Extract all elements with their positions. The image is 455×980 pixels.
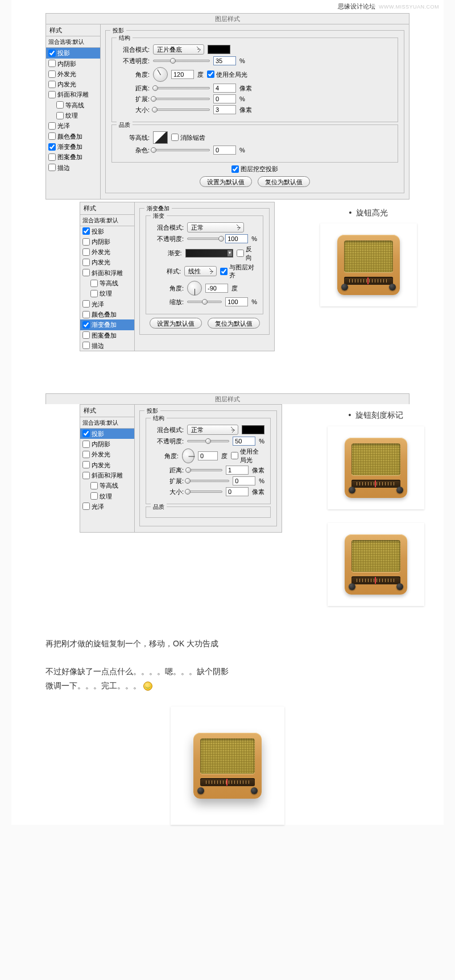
opacity-slider[interactable] [187, 440, 229, 442]
opacity-input[interactable]: 50 [233, 437, 255, 446]
style-list: 样式 混合选项:默认 投影 内阴影 外发光 内发光 斜面和浮雕 等高线 纹理 光… [46, 24, 101, 199]
style-drop-shadow[interactable]: 投影 [80, 226, 134, 236]
style-list-header: 样式 [46, 24, 100, 36]
align-with-layer[interactable]: 与图层对齐 [220, 263, 257, 280]
preview-label-knob-scale: 旋钮刻度标记 [328, 410, 424, 420]
style-drop-shadow[interactable]: 投影 [46, 48, 100, 58]
style-bevel[interactable]: 斜面和浮雕 [46, 89, 100, 99]
style-pattern-overlay[interactable]: 图案叠加 [46, 152, 100, 162]
opacity-slider[interactable] [153, 60, 210, 62]
use-global-light[interactable]: 使用全局光 [231, 447, 264, 464]
preview-card [320, 223, 417, 306]
angle-input[interactable]: -90 [205, 284, 228, 293]
noise-input[interactable]: 0 [213, 146, 236, 155]
checkbox[interactable] [48, 49, 56, 57]
anti-alias[interactable]: 消除锯齿 [171, 134, 205, 142]
size-slider[interactable] [153, 109, 210, 111]
distance-input[interactable]: 1 [226, 466, 249, 475]
blend-options[interactable]: 混合选项:默认 [46, 36, 100, 48]
scale-slider[interactable] [187, 301, 222, 303]
angle-dial[interactable] [153, 67, 168, 82]
checkbox[interactable] [48, 60, 56, 67]
radio-icon [337, 235, 400, 295]
checkbox[interactable] [48, 81, 56, 88]
style-drop-shadow[interactable]: 投影 [80, 429, 134, 439]
opacity-slider[interactable] [187, 238, 222, 240]
style-inner-glow[interactable]: 内发光 [46, 79, 100, 89]
checkbox[interactable] [48, 153, 56, 161]
checkbox[interactable] [48, 91, 56, 98]
size-input[interactable]: 3 [213, 105, 236, 114]
gradient-style-select[interactable]: 线性 [184, 266, 217, 276]
style-contour[interactable]: 等高线 [46, 100, 100, 110]
distance-input[interactable]: 4 [213, 84, 236, 93]
checkbox[interactable] [48, 164, 56, 171]
size-input[interactable]: 0 [226, 487, 249, 496]
spread-input[interactable]: 0 [213, 94, 236, 103]
scale-input[interactable]: 100 [225, 297, 248, 306]
layer-knockout[interactable]: 图层挖空投影 [231, 165, 278, 173]
blend-mode-select[interactable]: 正常 [187, 222, 244, 232]
make-default-button[interactable]: 设置为默认值 [200, 176, 252, 187]
checkbox[interactable] [56, 101, 64, 109]
spread-slider[interactable] [153, 98, 210, 100]
angle-dial[interactable] [187, 281, 202, 296]
blend-mode-select[interactable]: 正常 [187, 425, 238, 435]
radio-icon [345, 534, 407, 595]
final-preview [11, 707, 444, 825]
reset-default-button[interactable]: 复位为默认值 [208, 318, 260, 329]
style-outer-glow[interactable]: 外发光 [46, 69, 100, 79]
radio-icon [345, 438, 407, 498]
structure-group: 投影 结构 混合模式: 正片叠底 不透明度: 35% 角度: 120度 使用全局… [105, 30, 404, 193]
spread-input[interactable]: 0 [233, 476, 255, 485]
checkbox[interactable] [56, 112, 64, 119]
distance-slider[interactable] [153, 87, 210, 89]
tutorial-text-2: 不过好像缺了一点点什么。。。。嗯。。。缺个阴影 微调一下。。。完工。。。 [46, 665, 410, 693]
style-stroke[interactable]: 描边 [46, 163, 100, 173]
noise-slider[interactable] [153, 149, 210, 151]
reverse-checkbox[interactable]: 反向 [237, 245, 257, 261]
dialog-title: 图层样式 [46, 13, 410, 24]
angle-input[interactable]: 0 [198, 451, 218, 460]
color-swatch[interactable] [242, 425, 264, 434]
layer-style-panel-1: 样式 混合选项:默认 投影 内阴影 外发光 内发光 斜面和浮雕 等高线 纹理 光… [46, 24, 410, 200]
style-gradient-overlay[interactable]: 渐变叠加 [46, 142, 100, 152]
checkbox[interactable] [48, 143, 56, 151]
gradient-picker[interactable] [185, 249, 234, 258]
style-color-overlay[interactable]: 颜色叠加 [46, 131, 100, 142]
opacity-input[interactable]: 35 [213, 56, 236, 65]
preview-label-knob-highlight: 旋钮高光 [320, 207, 417, 218]
blend-mode-select[interactable]: 正片叠底 [153, 44, 204, 55]
reset-default-button[interactable]: 复位为默认值 [258, 176, 310, 187]
watermark: 思缘设计论坛 WWW.MISSYUAN.COM [11, 0, 444, 13]
tutorial-text-1: 再把刚才做的旋钮复制一个，移动，OK 大功告成 [46, 637, 410, 651]
grin-emoji-icon [143, 682, 152, 691]
style-gradient-overlay[interactable]: 渐变叠加 [80, 319, 134, 330]
checkbox[interactable] [48, 70, 56, 78]
checkbox[interactable] [48, 132, 56, 140]
distance-slider[interactable] [187, 469, 222, 471]
color-swatch[interactable] [208, 45, 230, 54]
contour-picker[interactable] [153, 131, 168, 144]
use-global-light[interactable]: 使用全局光 [207, 70, 247, 78]
layer-style-panel-2: 样式 混合选项:默认 投影 内阴影 外发光 内发光 斜面和浮雕 等高线 纹理 光… [80, 202, 275, 351]
spread-slider[interactable] [187, 480, 229, 482]
opacity-input[interactable]: 100 [225, 234, 248, 243]
quality-group: 品质 等高线: 消除锯齿 杂色: 0% [111, 124, 398, 163]
angle-dial[interactable] [182, 449, 195, 463]
checkbox[interactable] [48, 122, 56, 130]
style-satin[interactable]: 光泽 [46, 121, 100, 131]
style-texture[interactable]: 纹理 [46, 110, 100, 121]
make-default-button[interactable]: 设置为默认值 [150, 318, 202, 329]
layer-style-panel-3: 样式 混合选项:默认 投影 内阴影 外发光 内发光 斜面和浮雕 等高线 纹理 光… [80, 404, 282, 533]
size-slider[interactable] [187, 491, 222, 493]
style-inner-shadow[interactable]: 内阴影 [46, 59, 100, 69]
angle-input[interactable]: 120 [171, 70, 194, 79]
